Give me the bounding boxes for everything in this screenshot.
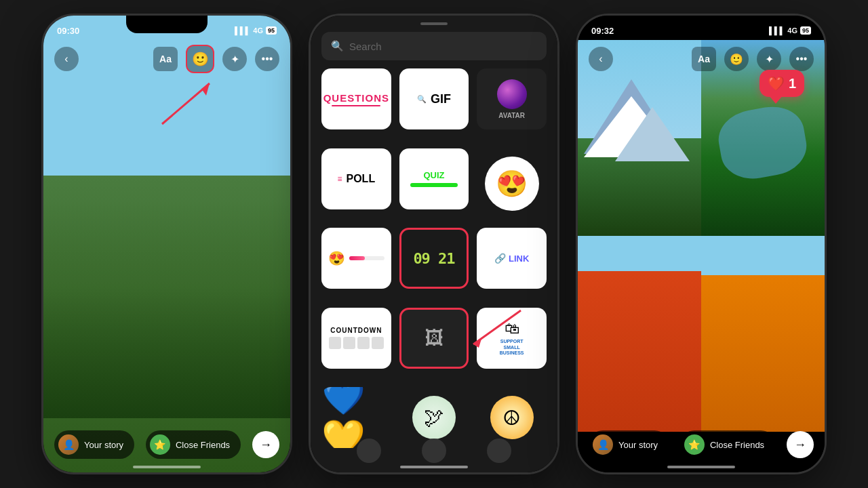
sticker-avatar[interactable]: AVATAR: [477, 68, 547, 129]
river: [714, 102, 811, 184]
grass-overlay: [43, 201, 290, 418]
story-avatar-3: 👤: [593, 434, 613, 455]
story-avatar-1: 👤: [58, 434, 79, 455]
close-friends-button-1[interactable]: ⭐ Close Friends: [146, 430, 241, 459]
your-story-button-1[interactable]: 👤 Your story: [54, 430, 134, 459]
countdown-box-4: [372, 337, 384, 349]
more-button-1[interactable]: •••: [255, 47, 279, 71]
sticker-timer[interactable]: 09 21: [399, 228, 469, 289]
avatar-label: AVATAR: [498, 112, 525, 119]
bottom-circle-center: [422, 439, 446, 463]
sticker-photo[interactable]: 🖼: [399, 308, 469, 369]
sparkle-button-1[interactable]: ✦: [222, 47, 247, 71]
toolbar-center-1: Aa 🙂 ✦ •••: [153, 45, 279, 73]
back-button-3[interactable]: ‹: [589, 47, 613, 71]
network-type-1: 4G: [253, 26, 263, 35]
photo-autumn-left: [578, 236, 701, 432]
sticker-poll[interactable]: ≡ POLL: [321, 148, 391, 209]
poll-text: POLL: [347, 173, 376, 185]
home-indicator-1: [133, 466, 201, 468]
status-icons-3: ▌▌▌ 4G 95: [769, 26, 811, 35]
slider-track: [349, 256, 384, 260]
time-1: 09:30: [57, 26, 79, 36]
sticker-emoji[interactable]: 😍: [485, 157, 539, 211]
battery-1: 95: [266, 26, 277, 35]
notch-1: [126, 16, 208, 33]
support-bag-icon: 🛍: [505, 320, 519, 338]
toolbar-1: ‹ Aa 🙂 ✦ •••: [43, 40, 290, 78]
link-text: LINK: [509, 253, 529, 264]
countdown-text: COUNTDOWN: [330, 327, 382, 334]
avatar-circle: [497, 79, 527, 109]
notch-3: [660, 16, 742, 33]
sticker-countdown[interactable]: COUNTDOWN: [321, 308, 391, 369]
countdown-box-1: [329, 337, 341, 349]
photo-autumn-right: [701, 236, 825, 432]
battery-3: 95: [800, 26, 811, 35]
sticker-button-3[interactable]: 🙂: [724, 47, 749, 71]
sticker-support[interactable]: 🛍 SUPPORTSMALLBUSINESS: [477, 308, 547, 369]
text-button-1[interactable]: Aa: [153, 47, 178, 71]
text-button-3[interactable]: Aa: [692, 47, 716, 71]
sunflower-image: ☮: [490, 396, 534, 439]
network-type-3: 4G: [787, 26, 797, 35]
support-text: SUPPORTSMALLBUSINESS: [500, 339, 524, 356]
close-friends-icon-3: ⭐: [684, 434, 705, 455]
sticker-slider[interactable]: 😍: [321, 228, 391, 289]
more-button-3[interactable]: •••: [789, 47, 814, 71]
time-3: 09:32: [591, 26, 614, 36]
like-count: 1: [789, 76, 796, 92]
timer-digits: 09 21: [413, 250, 454, 267]
next-button-3[interactable]: →: [787, 431, 814, 458]
bottom-bar-1: 👤 Your story ⭐ Close Friends →: [54, 428, 279, 462]
dove-image: 🕊: [412, 396, 456, 439]
link-icon: 🔗: [494, 253, 506, 264]
questions-text: QUESTIONS: [323, 92, 389, 104]
countdown-box-2: [343, 337, 355, 349]
status-icons-1: ▌▌▌ 4G 95: [235, 26, 277, 35]
your-story-label-1: Your story: [84, 440, 123, 450]
photo-grid: [578, 40, 825, 432]
next-button-1[interactable]: →: [252, 431, 279, 458]
gif-search-icon: 🔍: [417, 95, 427, 104]
sticker-questions[interactable]: QUESTIONS: [321, 68, 391, 129]
sticker-grid: QUESTIONS 🔍 GIF AVATAR ≡ POLL QUIZ 😍 😍: [321, 68, 547, 459]
sparkle-button-3[interactable]: ✦: [757, 47, 781, 71]
sticker-quiz[interactable]: QUIZ: [399, 148, 469, 209]
search-bar[interactable]: 🔍 Search: [321, 32, 547, 60]
questions-line: [332, 105, 380, 106]
search-icon: 🔍: [331, 40, 344, 52]
close-friends-icon-1: ⭐: [150, 434, 170, 455]
bottom-circles: [311, 439, 557, 463]
slider-fill: [349, 256, 365, 260]
sticker-button-1[interactable]: 🙂: [186, 45, 214, 73]
countdown-boxes: [329, 337, 384, 349]
drag-handle[interactable]: [420, 22, 448, 25]
bottom-circle-left: [357, 439, 381, 463]
your-story-label-3: Your story: [618, 440, 658, 450]
close-friends-button-3[interactable]: ⭐ Close Friends: [680, 430, 775, 459]
phone-1: 09:30 ▌▌▌ 4G 95 ‹ Aa 🙂 ✦ ••• 👤 Your stor…: [41, 14, 292, 474]
home-indicator-2: [400, 466, 468, 468]
heart-icon: ❤️: [768, 75, 785, 92]
mountain-right: [615, 107, 690, 161]
countdown-box-3: [357, 337, 370, 349]
quiz-bar: [410, 183, 457, 187]
close-friends-label-3: Close Friends: [710, 440, 764, 450]
gif-text: GIF: [431, 92, 451, 106]
photo-icon: 🖼: [425, 327, 443, 349]
like-badge[interactable]: ❤️ 1: [760, 70, 804, 97]
close-friends-label-1: Close Friends: [176, 440, 230, 450]
phone-2: 🔍 Search QUESTIONS 🔍 GIF AVATAR ≡ POLL Q…: [309, 14, 559, 474]
bottom-bar-3: 👤 Your story ⭐ Close Friends →: [589, 428, 814, 462]
quiz-text: QUIZ: [423, 170, 444, 180]
your-story-button-3[interactable]: 👤 Your story: [589, 430, 669, 459]
back-button-1[interactable]: ‹: [54, 47, 79, 71]
sticker-link[interactable]: 🔗 LINK: [477, 228, 547, 289]
signal-bars-3: ▌▌▌: [769, 26, 785, 35]
search-placeholder: Search: [349, 41, 382, 52]
poll-icon: ≡: [337, 174, 342, 184]
bottom-circle-right: [487, 439, 511, 463]
toolbar-center-3: Aa 🙂 ✦ •••: [692, 47, 814, 71]
sticker-gif[interactable]: 🔍 GIF: [399, 68, 469, 129]
